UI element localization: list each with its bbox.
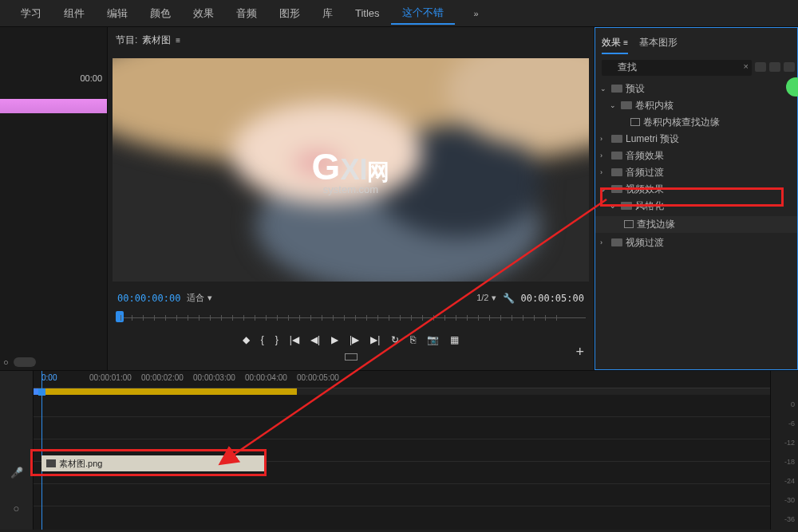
tab-effects[interactable]: 效果 xyxy=(182,3,225,24)
folder-icon xyxy=(611,238,622,246)
step-back-button[interactable]: ◀| xyxy=(310,334,320,345)
tab-library[interactable]: 库 xyxy=(311,3,344,24)
clip-icon xyxy=(46,459,56,467)
folder-icon xyxy=(611,185,622,193)
ruler-tick-0: 0:00 xyxy=(41,373,57,382)
folder-icon xyxy=(611,135,622,143)
timeline-panel: 🎤 ○ 0:00 00:00:01:00 00:00:02:00 00:00:0… xyxy=(0,370,798,530)
source-clip[interactable] xyxy=(0,99,107,113)
watermark-xi: XI xyxy=(340,152,367,185)
source-timecode: 00:00 xyxy=(80,73,102,83)
export-frame-button[interactable]: 📷 xyxy=(427,334,439,345)
tree-stylize[interactable]: ⌄风格化 xyxy=(600,198,792,215)
audio-track-3[interactable] xyxy=(34,484,770,506)
program-title-prefix: 节目: xyxy=(116,33,137,47)
folder-icon xyxy=(611,152,622,160)
folder-icon xyxy=(611,85,622,93)
mark-in-button[interactable]: ◆ xyxy=(243,334,250,345)
effects-panel: 效果 ≡ 基本图形 🔍 × ⌄预设 ⌄卷积内核 卷积内核查找边缘 ›Lumetr… xyxy=(595,27,798,370)
loop-button[interactable]: ↻ xyxy=(391,334,399,345)
clear-search-button[interactable]: × xyxy=(744,61,749,71)
workspace-tabs: 学习 组件 编辑 颜色 效果 音频 图形 库 Titles 这个不错 » xyxy=(0,0,798,27)
preset-filter-1[interactable] xyxy=(755,62,766,72)
tab-color[interactable]: 颜色 xyxy=(139,3,182,24)
clip-label: 素材图.png xyxy=(59,458,102,470)
tree-audio-transitions[interactable]: ›音频过渡 xyxy=(600,164,792,181)
tree-find-edges-effect[interactable]: 查找边缘 xyxy=(595,216,797,233)
tree-video-effects[interactable]: ⌄视频效果 xyxy=(600,181,792,198)
effects-tab[interactable]: 效果 ≡ xyxy=(602,33,628,54)
play-button[interactable]: ▶ xyxy=(331,334,338,345)
tree-video-transitions[interactable]: ›视频过渡 xyxy=(600,234,792,251)
mark-out-button[interactable]: { xyxy=(261,334,264,345)
work-area-bar[interactable] xyxy=(34,388,770,395)
panel-menu-icon[interactable]: ≡ xyxy=(176,36,180,45)
tree-lumetri[interactable]: ›Lumetri 预设 xyxy=(600,131,792,148)
essential-graphics-tab[interactable]: 基本图形 xyxy=(639,33,678,54)
folder-icon xyxy=(611,168,622,176)
ruler-tick-1: 00:00:01:00 xyxy=(89,373,132,382)
effect-icon xyxy=(630,118,640,126)
tab-custom[interactable]: 这个不错 xyxy=(391,2,455,25)
tab-assembly[interactable]: 组件 xyxy=(53,3,96,24)
folder-icon xyxy=(621,202,632,210)
add-button[interactable]: + xyxy=(575,344,584,361)
lift-button[interactable]: ⎘ xyxy=(410,334,416,345)
timeline-main[interactable]: 0:00 00:00:01:00 00:00:02:00 00:00:03:00… xyxy=(34,371,770,530)
effect-icon xyxy=(624,220,634,228)
tab-audio[interactable]: 音频 xyxy=(225,3,268,24)
db-12: -12 xyxy=(784,433,795,452)
transport-controls: ◆ { } |◀ ◀| ▶ |▶ ▶| ↻ ⎘ 📷 ▦ xyxy=(114,329,587,350)
tree-conv-find-edges[interactable]: 卷积内核查找边缘 xyxy=(600,114,792,131)
source-switch[interactable] xyxy=(14,357,36,367)
timeline-track-controls: 🎤 ○ xyxy=(0,371,34,530)
video-track-2[interactable] xyxy=(34,395,770,417)
ruler-tick-5: 00:00:05:00 xyxy=(297,373,339,382)
more-workspaces[interactable]: » xyxy=(463,6,490,22)
program-scrubber[interactable] xyxy=(116,310,586,326)
button-editor-icon[interactable] xyxy=(345,353,358,361)
effects-search-input[interactable] xyxy=(602,60,752,76)
db-30: -30 xyxy=(784,491,795,510)
tab-graphics[interactable]: 图形 xyxy=(268,3,311,24)
source-panel: 00:00 ○ xyxy=(0,27,108,370)
prev-button[interactable]: |◀ xyxy=(290,334,299,345)
watermark-sub: system.com xyxy=(312,183,390,195)
tab-learn[interactable]: 学习 xyxy=(10,3,53,24)
zoom-dropdown[interactable]: 1/2 ▾ xyxy=(476,293,496,303)
timeline-playhead[interactable] xyxy=(41,371,42,530)
audio-meter: 0 -6 -12 -18 -24 -30 -36 xyxy=(770,371,798,530)
video-track-1[interactable] xyxy=(34,417,770,439)
program-panel: 节目: 素材图 ≡ GXI网 system.com xyxy=(108,27,595,370)
mic-icon[interactable]: 🎤 xyxy=(10,467,23,479)
current-timecode[interactable]: 00:00:00:00 xyxy=(117,293,180,304)
duration-timecode: 00:00:05:00 xyxy=(521,293,584,304)
wrench-icon[interactable]: 🔧 xyxy=(503,293,515,304)
lock-icon[interactable]: ○ xyxy=(14,502,20,514)
go-in-button[interactable]: } xyxy=(275,334,279,345)
playhead-icon[interactable] xyxy=(116,311,124,322)
time-ruler[interactable]: 0:00 00:00:01:00 00:00:02:00 00:00:03:00… xyxy=(34,371,770,388)
tree-audio-effects[interactable]: ›音频效果 xyxy=(600,148,792,164)
db-0: 0 xyxy=(784,395,795,414)
source-toggle-icon[interactable]: ○ xyxy=(3,357,9,367)
timeline-clip[interactable]: 素材图.png xyxy=(41,455,265,471)
tab-edit[interactable]: 编辑 xyxy=(96,3,139,24)
preset-filter-2[interactable] xyxy=(769,62,780,72)
program-monitor[interactable]: GXI网 system.com xyxy=(108,53,594,286)
safe-margins-button[interactable]: ▦ xyxy=(450,334,459,345)
preset-filter-3[interactable] xyxy=(784,62,795,72)
step-fwd-button[interactable]: |▶ xyxy=(350,334,359,345)
effects-tree: ⌄预设 ⌄卷积内核 卷积内核查找边缘 ›Lumetri 预设 ›音频效果 ›音频… xyxy=(595,81,797,251)
watermark-wang: 网 xyxy=(367,159,389,183)
watermark-g: G xyxy=(312,145,341,187)
tree-presets[interactable]: ⌄预设 xyxy=(600,81,792,97)
program-title-name: 素材图 xyxy=(142,33,171,47)
tab-titles[interactable]: Titles xyxy=(344,4,391,22)
fit-dropdown[interactable]: 适合 ▾ xyxy=(187,292,211,304)
db-6: -6 xyxy=(784,414,795,433)
source-footer: ○ xyxy=(3,357,36,367)
db-24: -24 xyxy=(784,471,795,491)
tree-convolution[interactable]: ⌄卷积内核 xyxy=(600,97,792,114)
next-button[interactable]: ▶| xyxy=(370,334,380,345)
